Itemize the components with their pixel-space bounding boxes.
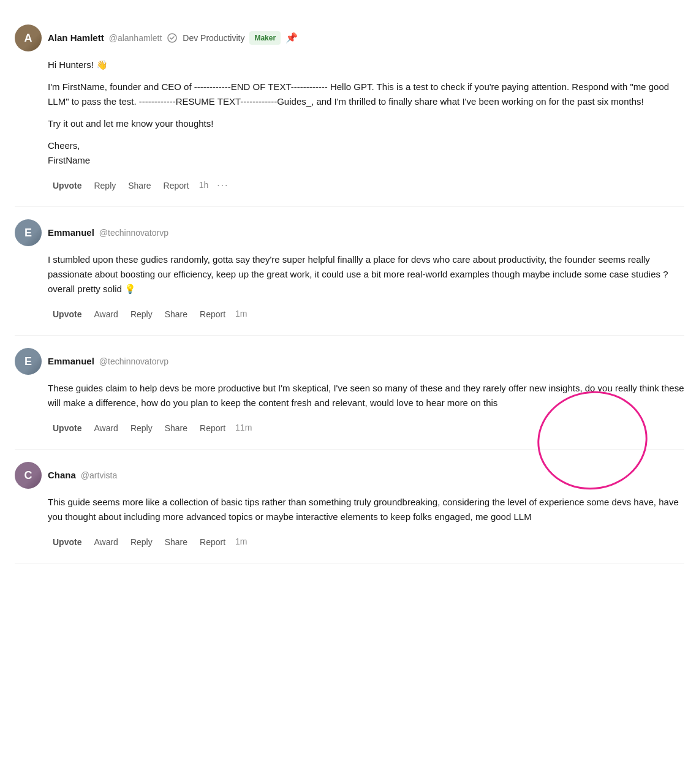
time-label: 1h	[197, 176, 211, 194]
time-label: 1m	[233, 305, 249, 323]
user-info: Emmanuel@techinnovatorvp	[48, 226, 168, 240]
comment-block-chana: CChana@artvistaThis guide seems more lik…	[15, 450, 684, 564]
upvote-button[interactable]: Upvote	[48, 535, 86, 549]
username[interactable]: Emmanuel	[48, 355, 94, 369]
report-button[interactable]: Report	[195, 421, 230, 435]
award-button[interactable]: Award	[89, 535, 123, 549]
user-info: Alan Hamlett@alanhamlett Dev Productivit…	[48, 31, 298, 45]
comment-paragraph: Cheers,FirstName	[48, 138, 684, 168]
reply-button[interactable]: Reply	[89, 178, 121, 193]
comment-paragraph: I'm FirstName, founder and CEO of ------…	[48, 80, 684, 109]
comment-block-emmanuel1: EEmmanuel@techinnovatorvpI stumbled upon…	[15, 207, 684, 336]
report-button[interactable]: Report	[195, 307, 230, 322]
avatar: E	[15, 219, 42, 246]
user-handle: @techinnovatorvp	[99, 355, 168, 368]
time-label: 1m	[233, 533, 249, 551]
comment-paragraph: Hi Hunters! 👋	[48, 58, 684, 72]
avatar: C	[15, 462, 42, 489]
award-button[interactable]: Award	[89, 421, 123, 435]
comment-actions: UpvoteReplyShareReport1h···	[15, 176, 684, 194]
upvote-button[interactable]: Upvote	[48, 421, 86, 435]
reply-button[interactable]: Reply	[126, 421, 157, 435]
avatar: E	[15, 348, 42, 375]
comment-actions: UpvoteAwardReplyShareReport1m	[15, 305, 684, 323]
comment-header-alan: AAlan Hamlett@alanhamlett Dev Productivi…	[15, 24, 684, 51]
share-button[interactable]: Share	[160, 421, 192, 435]
user-info: Chana@artvista	[48, 469, 117, 483]
share-button[interactable]: Share	[160, 307, 192, 322]
comment-body: Hi Hunters! 👋I'm FirstName, founder and …	[15, 58, 684, 168]
verified-icon	[167, 32, 178, 43]
comment-paragraph: Try it out and let me know your thoughts…	[48, 116, 684, 131]
share-button[interactable]: Share	[123, 178, 156, 193]
comment-actions: UpvoteAwardReplyShareReport11m	[15, 419, 684, 437]
comment-header-emmanuel1: EEmmanuel@techinnovatorvp	[15, 219, 684, 246]
comment-paragraph: These guides claim to help devs be more …	[48, 381, 684, 410]
comment-block-alan: AAlan Hamlett@alanhamlett Dev Productivi…	[15, 12, 684, 207]
time-label: 11m	[233, 419, 254, 437]
comment-header-chana: CChana@artvista	[15, 462, 684, 489]
comment-header-emmanuel2: EEmmanuel@techinnovatorvp	[15, 348, 684, 375]
upvote-button[interactable]: Upvote	[48, 178, 86, 193]
username[interactable]: Alan Hamlett	[48, 31, 104, 45]
comment-block-emmanuel2: EEmmanuel@techinnovatorvpThese guides cl…	[15, 336, 684, 450]
user-handle: @techinnovatorvp	[99, 227, 168, 239]
more-options-button[interactable]: ···	[213, 178, 232, 194]
username[interactable]: Emmanuel	[48, 226, 94, 240]
comment-body: This guide seems more like a collection …	[15, 495, 684, 524]
comment-actions: UpvoteAwardReplyShareReport1m	[15, 533, 684, 551]
award-button[interactable]: Award	[89, 307, 123, 322]
report-button[interactable]: Report	[159, 178, 194, 193]
reply-button[interactable]: Reply	[126, 535, 157, 549]
avatar: A	[15, 24, 42, 51]
comment-paragraph: This guide seems more like a collection …	[48, 495, 684, 524]
pin-icon: 📌	[285, 31, 298, 45]
comment-paragraph: I stumbled upon these gudies randomly, g…	[48, 252, 684, 296]
user-handle: @alanhamlett	[109, 32, 162, 45]
comment-body: These guides claim to help devs be more …	[15, 381, 684, 410]
comment-body: I stumbled upon these gudies randomly, g…	[15, 252, 684, 296]
comments-container: AAlan Hamlett@alanhamlett Dev Productivi…	[15, 12, 684, 564]
report-button[interactable]: Report	[195, 535, 230, 549]
username[interactable]: Chana	[48, 469, 76, 483]
maker-badge: Maker	[249, 31, 281, 45]
user-info: Emmanuel@techinnovatorvp	[48, 355, 168, 369]
upvote-button[interactable]: Upvote	[48, 307, 86, 322]
share-button[interactable]: Share	[160, 535, 192, 549]
org-label: Dev Productivity	[183, 32, 244, 45]
user-handle: @artvista	[81, 469, 117, 482]
reply-button[interactable]: Reply	[126, 307, 157, 322]
